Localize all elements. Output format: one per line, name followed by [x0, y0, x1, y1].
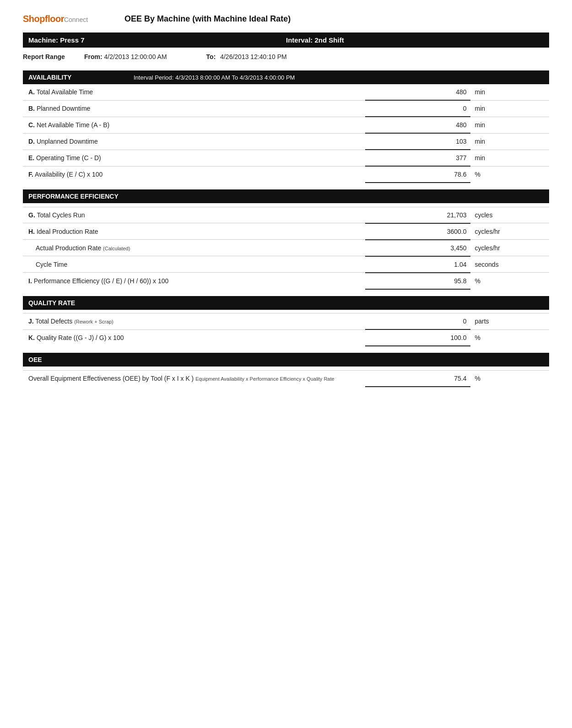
row-letter: K.: [28, 334, 35, 341]
table-row: D. Unplanned Downtime103min: [23, 133, 549, 150]
row-unit: %: [470, 370, 550, 387]
availability-title: AVAILABILITY: [28, 74, 120, 81]
performance-header: PERFORMANCE EFFICIENCY: [23, 189, 549, 203]
oee-header: OEE: [23, 353, 549, 367]
row-value: 21,703: [365, 207, 470, 223]
performance-title: PERFORMANCE EFFICIENCY: [28, 193, 120, 200]
table-row: G. Total Cycles Run21,703cycles: [23, 207, 549, 223]
row-value: 1.04: [365, 256, 470, 273]
row-unit: %: [470, 273, 550, 289]
table-row: J. Total Defects (Rework + Scrap)0parts: [23, 313, 549, 330]
report-range-from-value: 4/2/2013 12:00:00 AM: [104, 53, 167, 60]
row-value: 480: [365, 84, 470, 100]
row-unit: seconds: [470, 256, 550, 273]
report-title: OEE By Machine (with Machine Ideal Rate): [124, 14, 291, 24]
quality-title: QUALITY RATE: [28, 299, 120, 307]
row-unit: cycles/hr: [470, 223, 550, 240]
table-row: H. Ideal Production Rate3600.0cycles/hr: [23, 223, 549, 240]
row-value: 0: [365, 100, 470, 117]
table-row: E. Operating Time (C - D)377min: [23, 150, 549, 166]
row-letter: C.: [28, 121, 35, 129]
table-row: K. Quality Rate ((G - J) / G) x 100100.0…: [23, 329, 549, 346]
row-unit: min: [470, 117, 550, 133]
oee-table: Overall Equipment Effectiveness (OEE) by…: [23, 367, 549, 387]
performance-table: G. Total Cycles Run21,703cyclesH. Ideal …: [23, 203, 549, 290]
quality-section: QUALITY RATE J. Total Defects (Rework + …: [23, 296, 549, 347]
row-value: 103: [365, 133, 470, 150]
machine-name: Machine: Press 7: [28, 36, 286, 44]
table-row: Cycle Time1.04seconds: [23, 256, 549, 273]
row-unit: %: [470, 166, 550, 183]
report-range-row: Report Range From: 4/2/2013 12:00:00 AM …: [23, 53, 549, 60]
row-value: 75.4: [365, 370, 470, 387]
row-value: 0: [365, 313, 470, 330]
interval-label: Interval: 2nd Shift: [286, 36, 544, 44]
table-row: A. Total Available Time480min: [23, 84, 549, 100]
quality-table: J. Total Defects (Rework + Scrap)0partsK…: [23, 310, 549, 347]
row-unit: min: [470, 100, 550, 117]
row-unit: %: [470, 329, 550, 346]
oee-title: OEE: [28, 356, 120, 363]
oee-section: OEE Overall Equipment Effectiveness (OEE…: [23, 353, 549, 387]
performance-section: PERFORMANCE EFFICIENCY G. Total Cycles R…: [23, 189, 549, 290]
table-row: Overall Equipment Effectiveness (OEE) by…: [23, 370, 549, 387]
row-value: 377: [365, 150, 470, 166]
row-value: 100.0: [365, 329, 470, 346]
row-letter: B.: [28, 105, 35, 112]
availability-table: A. Total Available Time480minB. Planned …: [23, 84, 549, 183]
row-letter: E.: [28, 154, 34, 162]
table-row: I. Performance Efficiency ((G / E) / (H …: [23, 273, 549, 289]
row-letter: A.: [28, 88, 35, 96]
availability-header: AVAILABILITY Interval Period: 4/3/2013 8…: [23, 70, 549, 84]
logo-shopfloor: Shopfloor: [23, 14, 64, 24]
row-letter: G.: [28, 211, 35, 219]
machine-bar: Machine: Press 7 Interval: 2nd Shift: [23, 32, 549, 48]
row-letter: J.: [28, 318, 34, 325]
table-row: Actual Production Rate (Calculated)3,450…: [23, 240, 549, 256]
table-row: C. Net Available Time (A - B)480min: [23, 117, 549, 133]
report-range-to-value: 4/26/2013 12:40:10 PM: [220, 53, 287, 60]
availability-section: AVAILABILITY Interval Period: 4/3/2013 8…: [23, 70, 549, 183]
report-range-from-label: From:: [84, 53, 103, 60]
report-header: ShopfloorConnect OEE By Machine (with Ma…: [23, 14, 549, 24]
logo-connect: Connect: [64, 16, 88, 23]
row-value: 78.6: [365, 166, 470, 183]
row-unit: parts: [470, 313, 550, 330]
row-unit: min: [470, 133, 550, 150]
row-letter: D.: [28, 138, 35, 145]
row-value: 480: [365, 117, 470, 133]
row-unit: min: [470, 150, 550, 166]
logo: ShopfloorConnect: [23, 14, 88, 24]
report-range-label: Report Range: [23, 53, 78, 60]
row-letter: F.: [28, 171, 33, 178]
row-unit: cycles: [470, 207, 550, 223]
row-value: 3,450: [365, 240, 470, 256]
row-unit: min: [470, 84, 550, 100]
report-range-to-label: To:: [206, 53, 216, 60]
row-letter: H.: [28, 228, 35, 235]
table-row: F. Availability (E / C) x 10078.6%: [23, 166, 549, 183]
row-value: 3600.0: [365, 223, 470, 240]
row-value: 95.8: [365, 273, 470, 289]
row-unit: cycles/hr: [470, 240, 550, 256]
table-row: B. Planned Downtime0min: [23, 100, 549, 117]
availability-interval-period: Interval Period: 4/3/2013 8:00:00 AM To …: [134, 74, 295, 81]
quality-header: QUALITY RATE: [23, 296, 549, 310]
row-letter: I.: [28, 277, 32, 285]
